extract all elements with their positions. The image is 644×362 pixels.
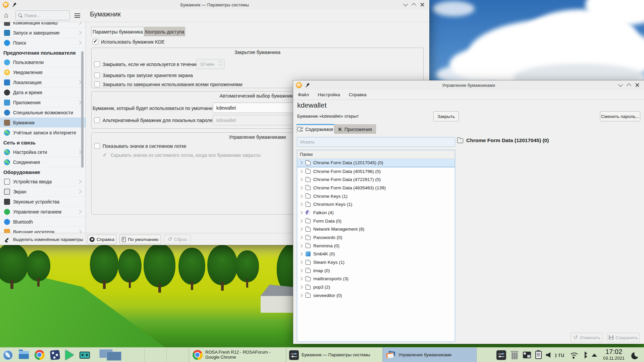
task-button[interactable]: Управление бумажниками [383,348,477,362]
tree-row[interactable]: Chrome Form Data (4051796) (0) [297,167,455,176]
sidebar-item[interactable]: Поиск [0,38,86,48]
use-kde-wallet-checkbox[interactable]: Использовать бумажник KDE [93,39,165,45]
minimize-button[interactable] [403,2,408,7]
checkbox-unchecked[interactable] [94,143,100,149]
tree-row[interactable]: imap (0) [297,266,455,275]
sidebar-item[interactable]: Приложения [0,98,86,108]
expand-arrow-icon[interactable] [300,203,303,206]
tree-row[interactable]: sieveeditor (0) [297,291,455,300]
chrome-browser-icon[interactable] [35,350,45,360]
highlight-changed-settings[interactable]: Выделить изменённые параметры [5,233,83,245]
expand-arrow-icon[interactable] [300,261,303,264]
close-last-app-checkbox[interactable]: Закрывать по завершении использования вс… [94,81,243,87]
settings-titlebar[interactable]: W Бумажник — Параметры системы [0,0,429,9]
idle-minutes-spinbox[interactable]: 10 мин [196,59,224,69]
sidebar-item[interactable]: Соединения [0,157,86,167]
sidebar-item[interactable]: Локализация [0,77,86,87]
checkbox-unchecked[interactable] [94,81,100,87]
tree-row[interactable]: Smb4K (0) [297,250,455,258]
expand-arrow-icon[interactable] [300,219,303,223]
expand-arrow-icon[interactable] [300,236,303,239]
checkbox-checked[interactable] [93,39,98,45]
checkbox-unchecked[interactable] [94,61,100,67]
defaults-button[interactable]: По умолчанию [119,235,161,244]
expand-arrow-icon[interactable] [300,286,303,289]
audio-recorder-icon[interactable] [79,352,90,359]
tree-row[interactable]: Passwords (0) [297,233,455,242]
expand-arrow-icon[interactable] [300,178,303,181]
tree-row[interactable]: Remmina (0) [297,242,455,250]
hamburger-menu-icon[interactable] [74,13,80,18]
close-button[interactable] [420,2,425,7]
task-button[interactable]: Бумажник — Параметры системы [286,348,383,362]
menu-item[interactable]: Справка [349,92,367,97]
tree-row[interactable]: Network Management (8) [297,225,455,234]
keyboard-layout[interactable]: ru [558,351,565,359]
expand-arrow-icon[interactable] [300,228,303,231]
checkbox-unchecked[interactable] [94,72,100,78]
wallet-titlebar[interactable]: W Управление бумажниками [293,80,644,90]
tree-row[interactable]: Steam Keys (1) [297,258,455,266]
tab-applications[interactable]: K Приложения [334,124,376,134]
bluetooth-icon[interactable] [583,352,587,358]
expand-arrow-icon[interactable] [300,277,303,281]
sidebar-item[interactable]: Специальные возможности [0,108,86,118]
tree-row[interactable]: Chrome Form Data (12017045) (0) [297,159,455,167]
expand-arrow-icon[interactable] [300,211,303,215]
volume-icon[interactable] [546,352,554,358]
alt-wallet-checkbox[interactable]: Альтернативный бумажник для локальных па… [94,117,216,123]
close-button[interactable] [635,83,640,87]
wallet-search-input[interactable]: Искать [297,137,455,147]
sidebar-item[interactable]: Настройка сети [0,147,86,157]
maximize-button[interactable] [627,83,631,87]
media-player-icon[interactable] [65,350,74,360]
settings-search-input[interactable]: Поиск... [15,10,70,20]
tab-contents[interactable]: Содержимое [297,124,334,133]
expand-tray-icon[interactable] [592,354,597,357]
sidebar-item[interactable]: Управление питанием [0,207,86,217]
tab-wallet-settings[interactable]: Параметры бумажника [91,27,144,36]
virtual-desktop-pager[interactable] [99,349,122,361]
sidebar-item[interactable]: Запуск и завершение [0,28,86,38]
sidebar-item[interactable]: Экран [0,187,86,197]
tree-row[interactable]: Chrome Form Data (4835463) (139) [297,184,455,192]
taskbar-clock[interactable]: 17:02 03.11.2021 [598,348,629,361]
tab-access-control[interactable]: Контроль доступа [144,27,185,36]
minimize-button[interactable] [618,83,623,87]
help-button[interactable]: Справка [88,235,116,244]
sidebar-item[interactable]: Учётные записи в Интернете [0,128,86,138]
menu-item[interactable]: Файл [298,92,309,97]
expand-arrow-icon[interactable] [300,170,303,173]
sidebar-item[interactable]: Устройства ввода [0,177,86,187]
tree-row[interactable]: Form Data (0) [297,217,455,225]
app-launcher-icon[interactable] [3,350,13,360]
tree-row[interactable]: pop3 (2) [297,283,455,291]
tree-row[interactable]: Chromium Keys (1) [297,200,455,208]
change-password-button[interactable]: Сменить пароль... [600,111,640,121]
wifi-icon[interactable] [569,351,578,359]
desktop-2[interactable] [107,352,121,361]
maximize-button[interactable] [412,2,416,7]
checkbox-unchecked[interactable] [94,117,100,123]
tray-settings-icon[interactable] [496,350,506,360]
expand-arrow-icon[interactable] [300,294,303,297]
spinbox-arrows[interactable] [219,61,222,65]
sidebar-item[interactable]: Внешние носители [0,227,86,233]
tree-row[interactable]: mailtransports (3) [297,275,455,283]
sidebar-item[interactable]: Bluetooth [0,217,86,227]
task-button[interactable]: ROSA Fresh R12 - ROSAForum - Google Chro… [190,348,286,362]
clipboard-icon[interactable] [535,351,542,359]
menu-item[interactable]: Настройка [318,92,340,97]
tree-row[interactable]: Chrome Keys (1) [297,192,455,200]
close-idle-checkbox[interactable]: Закрывать, если не используется в течени… [94,61,199,67]
sidebar-item[interactable]: Уведомления [0,67,86,77]
close-wallet-button[interactable]: Закрыть [433,111,459,121]
sidebar-item[interactable]: Пользователи [0,57,86,67]
expand-arrow-icon[interactable] [300,161,303,165]
sidebar-item[interactable]: Комбинации клавиш [0,22,86,28]
file-manager-icon[interactable] [19,351,29,359]
home-icon[interactable]: ⌂ [4,11,8,19]
sidebar-item[interactable]: Дата и время [0,87,86,98]
expand-arrow-icon[interactable] [300,269,303,272]
expand-arrow-icon[interactable] [300,244,303,247]
